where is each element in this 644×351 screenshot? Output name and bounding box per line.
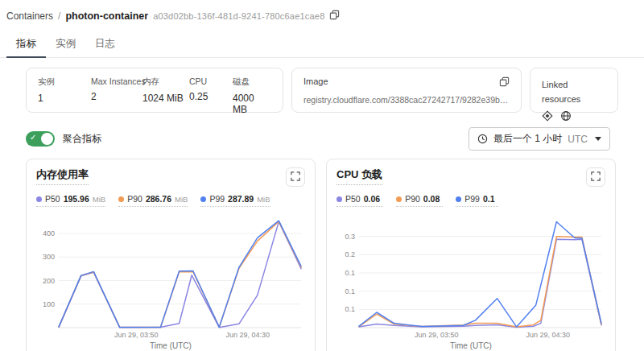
legend-value: 0.1 bbox=[483, 194, 495, 204]
legend-item-p50[interactable]: P50 195.96 MiB bbox=[36, 194, 105, 207]
memory-chart-legend: P50 195.96 MiB P90 286.76 MiB P99 287.89… bbox=[36, 194, 305, 207]
svg-text:Jun 29, 04:30: Jun 29, 04:30 bbox=[226, 331, 270, 339]
time-range-dropdown[interactable]: 最后一个 1 小时 UTC bbox=[469, 127, 610, 151]
stat-value: 0.25 bbox=[189, 91, 233, 102]
check-icon: ✓ bbox=[30, 133, 36, 142]
clock-icon bbox=[477, 134, 488, 144]
breadcrumb-containers-link[interactable]: Containers bbox=[6, 10, 53, 22]
svg-text:0.1: 0.1 bbox=[345, 305, 355, 313]
stat-disk: 磁盘 4000 MB bbox=[233, 76, 271, 104]
cpu-chart-expand-button[interactable] bbox=[586, 167, 605, 187]
timezone-label: UTC bbox=[568, 134, 588, 145]
svg-text:Jun 29, 04:30: Jun 29, 04:30 bbox=[526, 331, 571, 339]
stat-value: 1024 MiB bbox=[142, 93, 189, 104]
legend-unit: MiB bbox=[257, 195, 270, 204]
info-cards-row: 实例 1 Max Instances 2 内存 1024 MiB CPU 0.2… bbox=[0, 68, 644, 113]
p50-dot-icon bbox=[36, 196, 42, 202]
chevron-down-icon bbox=[595, 137, 601, 141]
stat-value: 4000 MB bbox=[233, 93, 271, 115]
legend-name: P99 bbox=[464, 194, 480, 204]
aggregate-metrics-label: 聚合指标 bbox=[63, 132, 101, 146]
svg-text:Jun 29, 03:50: Jun 29, 03:50 bbox=[114, 331, 159, 339]
cpu-chart-title: CPU 负载 bbox=[336, 167, 382, 185]
legend-item-p99[interactable]: P99 287.89 MiB bbox=[200, 194, 270, 207]
legend-name: P90 bbox=[405, 194, 420, 204]
svg-text:400: 400 bbox=[43, 229, 55, 237]
image-registry-path: registry.cloudflare.com/3388cac27242717/… bbox=[303, 95, 510, 105]
legend-unit: MiB bbox=[175, 195, 188, 204]
globe-icon[interactable] bbox=[560, 110, 572, 125]
p99-dot-icon bbox=[456, 196, 461, 202]
tab-logs[interactable]: 日志 bbox=[85, 33, 125, 57]
cpu-chart-legend: P50 0.06 P90 0.08 P99 0.1 bbox=[336, 194, 605, 207]
legend-name: P99 bbox=[209, 194, 225, 204]
legend-name: P90 bbox=[127, 194, 142, 204]
copy-icon bbox=[499, 76, 510, 89]
tab-instances[interactable]: 实例 bbox=[46, 33, 85, 57]
stat-value: 2 bbox=[91, 91, 142, 102]
stat-cpu: CPU 0.25 bbox=[189, 76, 233, 104]
copy-id-button[interactable] bbox=[329, 10, 340, 23]
stats-card: 实例 1 Max Instances 2 内存 1024 MiB CPU 0.2… bbox=[26, 68, 283, 113]
memory-line-chart[interactable]: 100200300400Jun 29, 03:50Jun 29, 04:30 bbox=[36, 210, 305, 341]
svg-text:100: 100 bbox=[43, 300, 55, 308]
legend-name: P50 bbox=[345, 194, 361, 204]
stat-label: CPU bbox=[189, 76, 233, 86]
legend-value: 195.96 bbox=[64, 194, 89, 204]
time-range-value: 最后一个 1 小时 bbox=[493, 132, 562, 146]
cpu-x-axis-title: Time (UTC) bbox=[336, 341, 605, 350]
stat-value: 1 bbox=[38, 93, 91, 104]
toggle-knob bbox=[41, 133, 53, 145]
copy-icon bbox=[329, 10, 340, 23]
image-card: Image registry.cloudflare.com/3388cac272… bbox=[291, 68, 522, 113]
tab-metrics[interactable]: 指标 bbox=[6, 33, 46, 57]
memory-x-axis-title: Time (UTC) bbox=[36, 341, 305, 350]
page-title: photon-container bbox=[65, 10, 148, 22]
svg-text:300: 300 bbox=[43, 253, 55, 261]
stat-max-instances: Max Instances 2 bbox=[91, 76, 142, 104]
svg-text:200: 200 bbox=[43, 277, 55, 285]
linked-resources-label: Linked resources bbox=[542, 80, 580, 104]
charts-row: 内存使用率 P50 195.96 MiB P90 286.76 MiB bbox=[0, 159, 644, 351]
controls-row: ✓ 聚合指标 最后一个 1 小时 UTC bbox=[0, 127, 644, 151]
stat-instances: 实例 1 bbox=[38, 76, 91, 104]
legend-value: 0.08 bbox=[423, 194, 440, 204]
workers-icon[interactable] bbox=[542, 110, 553, 125]
breadcrumb: Containers / photon-container a03d02bb-1… bbox=[0, 0, 644, 23]
expand-icon bbox=[291, 171, 300, 184]
expand-icon bbox=[591, 171, 601, 184]
legend-item-p90[interactable]: P90 286.76 MiB bbox=[118, 194, 188, 207]
linked-resources-card: Linked resources bbox=[530, 68, 618, 113]
aggregate-metrics-toggle[interactable]: ✓ bbox=[26, 131, 55, 147]
legend-item-p90[interactable]: P90 0.08 bbox=[396, 194, 443, 207]
memory-usage-chart-card: 内存使用率 P50 195.96 MiB P90 286.76 MiB bbox=[26, 159, 316, 351]
legend-item-p50[interactable]: P50 0.06 bbox=[336, 194, 383, 207]
legend-value: 287.89 bbox=[228, 194, 254, 204]
container-id: a03d02bb-136f-481d-9241-780c6ae1cae8 bbox=[153, 11, 324, 21]
image-card-label: Image bbox=[303, 76, 328, 86]
cpu-load-chart-card: CPU 负载 P50 0.06 P90 0.08 bbox=[326, 159, 616, 351]
stat-label: 内存 bbox=[142, 76, 189, 88]
stat-memory: 内存 1024 MiB bbox=[142, 76, 189, 104]
copy-image-button[interactable] bbox=[499, 76, 510, 89]
cpu-line-chart[interactable]: 0.10.10.10.20.3Jun 29, 03:50Jun 29, 04:3… bbox=[336, 210, 605, 341]
tab-bar: 指标 实例 日志 bbox=[0, 33, 644, 58]
legend-value: 0.06 bbox=[364, 194, 380, 204]
stat-label: Max Instances bbox=[91, 76, 142, 86]
p90-dot-icon bbox=[118, 196, 124, 202]
memory-chart-expand-button[interactable] bbox=[286, 167, 305, 187]
svg-text:0.3: 0.3 bbox=[345, 233, 355, 241]
legend-item-p99[interactable]: P99 0.1 bbox=[456, 194, 497, 207]
p90-dot-icon bbox=[396, 196, 402, 202]
stat-label: 实例 bbox=[38, 76, 91, 88]
memory-chart-title: 内存使用率 bbox=[36, 167, 89, 185]
svg-text:Jun 29, 03:50: Jun 29, 03:50 bbox=[415, 331, 459, 339]
svg-text:0.2: 0.2 bbox=[345, 250, 355, 258]
p50-dot-icon bbox=[336, 196, 342, 202]
breadcrumb-separator: / bbox=[58, 10, 60, 22]
legend-unit: MiB bbox=[93, 195, 105, 204]
p99-dot-icon bbox=[200, 196, 206, 202]
legend-name: P50 bbox=[45, 194, 60, 204]
legend-value: 286.76 bbox=[146, 194, 171, 204]
svg-text:0.1: 0.1 bbox=[345, 269, 355, 277]
